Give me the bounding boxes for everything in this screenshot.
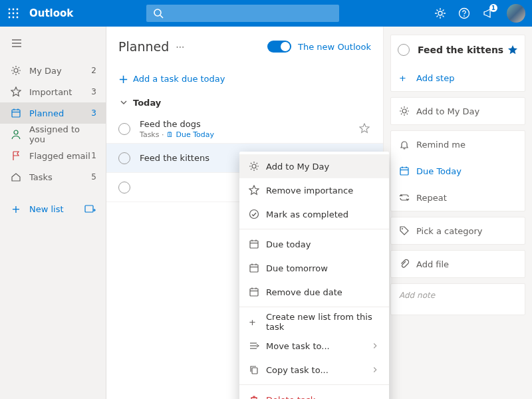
section-today[interactable]: Today: [106, 90, 383, 114]
new-list-button[interactable]: + New list: [0, 196, 106, 222]
tag-icon: [399, 225, 416, 236]
add-step-button[interactable]: + Add step: [391, 65, 525, 91]
ctx-add-my-day[interactable]: Add to My Day: [239, 154, 389, 178]
ctx-copy-to[interactable]: Copy task to...: [239, 358, 389, 382]
ctx-due-today[interactable]: Due today: [239, 232, 389, 256]
star-icon: [9, 86, 23, 97]
plus-icon: +: [249, 317, 266, 327]
sidebar-item-label: Planned: [29, 108, 91, 118]
sidebar-item-label: My Day: [29, 66, 91, 76]
sidebar-item-count: 2: [91, 66, 96, 75]
calendar-icon: [249, 239, 266, 249]
check-icon: [249, 209, 266, 219]
new-list-label: New list: [29, 204, 84, 214]
star-icon: [249, 185, 266, 196]
sidebar-item-count: 3: [91, 87, 96, 96]
sidebar-item-label: Important: [29, 87, 91, 97]
plus-icon: +: [399, 73, 416, 83]
help-button[interactable]: [452, 0, 476, 27]
star-filled-icon: [507, 45, 518, 55]
sidebar-item-important[interactable]: Important 3: [0, 81, 106, 102]
star-button[interactable]: [507, 45, 518, 55]
complete-checkbox[interactable]: [118, 123, 130, 135]
ctx-delete[interactable]: Delete task: [239, 388, 389, 399]
ctx-mark-completed[interactable]: Mark as completed: [239, 202, 389, 226]
due-date-button[interactable]: Due Today: [391, 158, 525, 184]
task-context-menu: Add to My Day Remove importance Mark as …: [239, 152, 389, 399]
sidebar-item-planned[interactable]: Planned 3: [0, 102, 106, 124]
chevron-right-icon: [370, 341, 380, 350]
task-meta: Tasks · 🗓 Due Today: [140, 130, 359, 139]
sidebar-item-label: Tasks: [29, 172, 91, 182]
app-brand: Outlook: [29, 7, 73, 19]
detail-title[interactable]: Feed the kittens: [418, 45, 507, 55]
sun-icon: [9, 65, 23, 76]
flag-icon: [9, 150, 23, 161]
bell-icon: [399, 139, 416, 150]
repeat-button[interactable]: Repeat: [391, 184, 525, 211]
calendar-icon: [9, 108, 23, 118]
sidebar-item-label: Flagged email: [29, 151, 91, 161]
hamburger-button[interactable]: [11, 37, 23, 49]
sun-icon: [249, 161, 266, 172]
task-row[interactable]: Feed the dogs Tasks · 🗓 Due Today: [106, 114, 383, 144]
trash-icon: [249, 394, 266, 399]
move-icon: [249, 340, 266, 351]
sun-icon: [399, 106, 416, 116]
section-label: Today: [133, 98, 161, 108]
calendar-icon: 🗓: [166, 130, 174, 139]
complete-checkbox[interactable]: [118, 182, 130, 194]
sidebar-item-my-day[interactable]: My Day 2: [0, 60, 106, 81]
settings-button[interactable]: [428, 0, 452, 27]
search-icon: [153, 8, 164, 19]
new-outlook-toggle[interactable]: [267, 41, 291, 53]
calendar-icon: [399, 166, 416, 176]
sidebar: My Day 2 Important 3 Planned 3 Assigned …: [0, 27, 106, 399]
new-list-group-icon[interactable]: [84, 203, 96, 214]
detail-title-row: Feed the kittens: [391, 35, 525, 65]
detail-pane: Feed the kittens + Add step Add to My Da…: [383, 27, 532, 399]
gear-icon: [434, 7, 446, 19]
complete-checkbox[interactable]: [118, 152, 130, 164]
menu-icon: [11, 37, 23, 49]
notification-badge: 1: [489, 4, 497, 12]
repeat-icon: [399, 192, 416, 203]
complete-checkbox[interactable]: [398, 44, 410, 56]
sidebar-item-tasks[interactable]: Tasks 5: [0, 166, 106, 188]
whats-new-button[interactable]: 1: [476, 0, 500, 27]
ctx-remove-due[interactable]: Remove due date: [239, 280, 389, 304]
separator: [239, 384, 389, 385]
copy-icon: [249, 364, 266, 375]
star-button[interactable]: [359, 123, 371, 135]
sidebar-item-count: 5: [91, 172, 96, 182]
ctx-due-tomorrow[interactable]: Due tomorrow: [239, 256, 389, 280]
pick-category-button[interactable]: Pick a category: [391, 217, 525, 244]
search-input[interactable]: [146, 5, 339, 22]
ctx-create-list[interactable]: + Create new list from this task: [239, 310, 389, 334]
help-icon: [458, 7, 470, 19]
remind-me-button[interactable]: Remind me: [391, 131, 525, 158]
sidebar-item-flagged[interactable]: Flagged email 1: [0, 145, 106, 166]
app-launcher-icon[interactable]: [0, 0, 27, 27]
note-field[interactable]: Add note: [390, 283, 525, 315]
calendar-icon: [249, 263, 266, 273]
ctx-move-to[interactable]: Move task to...: [239, 334, 389, 358]
list-options-button[interactable]: ⋯: [176, 42, 185, 52]
new-outlook-label: The new Outlook: [298, 42, 371, 52]
task-title: Feed the dogs: [140, 119, 359, 129]
add-file-button[interactable]: Add file: [391, 251, 525, 277]
add-my-day-button[interactable]: Add to My Day: [391, 98, 525, 124]
plus-icon: +: [118, 72, 133, 86]
ctx-remove-importance[interactable]: Remove importance: [239, 178, 389, 202]
avatar[interactable]: [507, 4, 525, 23]
app-header: Outlook 1: [0, 0, 532, 27]
add-task-input[interactable]: + Add a task due today: [106, 66, 383, 90]
person-icon: [9, 129, 23, 140]
home-icon: [9, 172, 23, 182]
sidebar-item-assigned[interactable]: Assigned to you: [0, 124, 106, 145]
separator: [239, 229, 389, 229]
chevron-right-icon: [370, 365, 380, 374]
chevron-down-icon: [118, 97, 133, 108]
separator: [239, 307, 389, 307]
sidebar-item-label: Assigned to you: [29, 124, 96, 144]
